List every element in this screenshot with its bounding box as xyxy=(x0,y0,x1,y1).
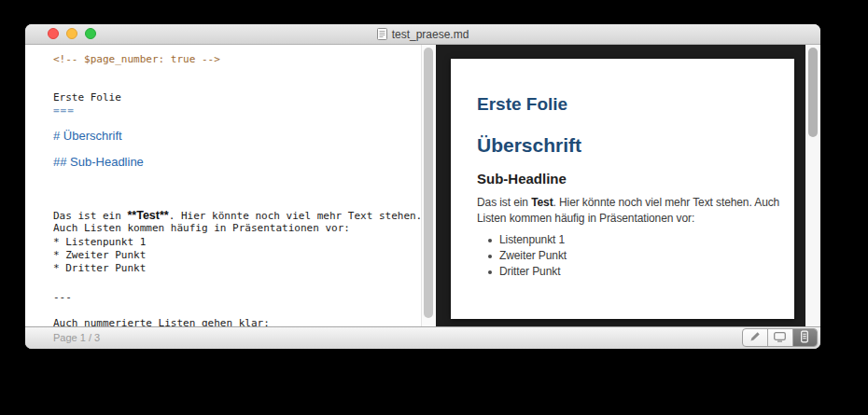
slide-heading-ueberschrift: Überschrift xyxy=(477,134,581,157)
title-wrap: test_praese.md xyxy=(25,24,820,44)
bullet-dot-icon xyxy=(488,255,492,258)
editor-scrollbar[interactable] xyxy=(421,45,436,326)
app-window: test_praese.md <!-- $page_number: true -… xyxy=(25,24,820,349)
preview-scrollbar[interactable] xyxy=(805,45,820,326)
window-title: test_praese.md xyxy=(392,28,469,41)
editor-line-bullet-1: * Listenpunkt 1 xyxy=(53,236,146,249)
slide-list-icon xyxy=(798,330,811,346)
main-split-view: <!-- $page_number: true --> Erste Folie … xyxy=(25,45,820,326)
editor-line-hr: --- xyxy=(53,291,72,304)
slide-bold-text: Test xyxy=(531,196,553,209)
editor-view-button[interactable] xyxy=(743,329,767,346)
slide-list-view-button[interactable] xyxy=(792,329,817,346)
editor-line-h2: ## Sub-Headline xyxy=(53,155,144,170)
slide-list-item: Listenpunkt 1 xyxy=(488,232,565,248)
status-bar: Page 1 / 3 xyxy=(25,326,820,349)
monitor-icon xyxy=(773,330,787,346)
split-view-button[interactable] xyxy=(767,329,791,346)
slide-subheading: Sub-Headline xyxy=(477,171,567,187)
slide-preview: Erste Folie Überschrift Sub-Headline Das… xyxy=(451,59,794,319)
slide-title-erste-folie: Erste Folie xyxy=(477,94,567,115)
view-mode-switcher xyxy=(742,328,818,347)
slide-list-item: Zweiter Punkt xyxy=(488,248,567,264)
editor-line-paragraph-1: Das ist ein **Test**. Hier könnte noch v… xyxy=(53,209,422,223)
document-icon xyxy=(377,28,387,40)
bullet-dot-icon xyxy=(488,270,492,274)
editor-line-bullet-2: * Zweiter Punkt xyxy=(53,249,146,262)
slide-list-item: Dritter Punkt xyxy=(488,264,560,280)
editor-line-setext-heading: Erste Folie xyxy=(53,91,121,104)
bold-markdown-token: **Test** xyxy=(127,209,168,222)
editor-line-clipped: Auch nummerierte Listen gehen klar: xyxy=(53,317,270,326)
slide-preview-pane: Erste Folie Überschrift Sub-Headline Das… xyxy=(436,45,820,326)
window-titlebar[interactable]: test_praese.md xyxy=(25,24,820,45)
preview-scrollbar-thumb[interactable] xyxy=(808,48,818,137)
editor-scrollbar-thumb[interactable] xyxy=(424,48,433,318)
editor-line-h1: # Überschrift xyxy=(53,129,122,144)
pencil-icon xyxy=(749,330,762,346)
slide-paragraph-line-2: Listen kommen häufig in Präsentationen v… xyxy=(477,211,694,227)
editor-line-paragraph-2: Auch Listen kommen häufig in Präsentatio… xyxy=(53,222,350,235)
editor-line-comment: <!-- $page_number: true --> xyxy=(53,53,220,66)
bullet-dot-icon xyxy=(488,239,492,242)
markdown-editor[interactable]: <!-- $page_number: true --> Erste Folie … xyxy=(25,45,436,326)
page-indicator: Page 1 / 3 xyxy=(53,332,100,343)
slide-paragraph-line-1: Das ist ein Test. Hier könnte noch viel … xyxy=(477,195,779,211)
editor-line-setext-underline: === xyxy=(53,104,75,118)
editor-line-bullet-3: * Dritter Punkt xyxy=(53,262,146,275)
